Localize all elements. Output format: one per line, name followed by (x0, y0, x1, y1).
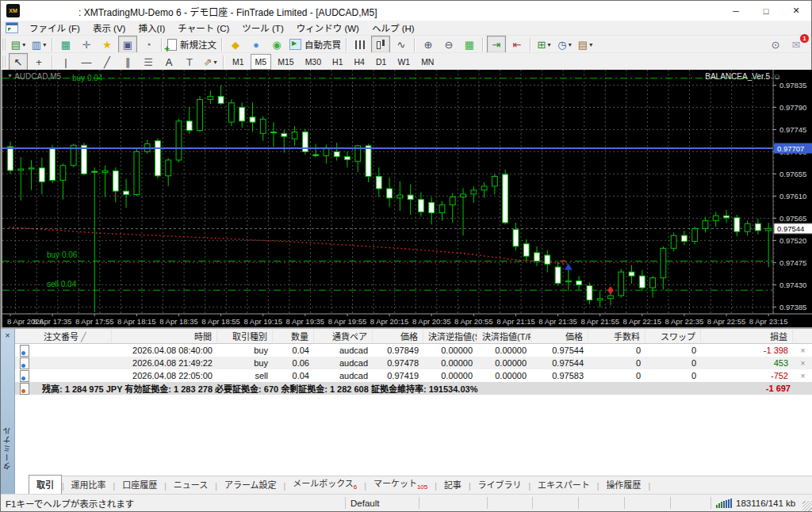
candlestick-chart[interactable]: buy 0.06sell 0.040.978350.977900.977450.… (2, 70, 812, 327)
line-chart-button[interactable]: ∿ (392, 36, 411, 53)
close-position-button[interactable]: × (793, 359, 812, 368)
search-button[interactable]: ⊙ (766, 36, 785, 53)
terminal-button[interactable]: ▣ (118, 36, 137, 53)
column-header-12[interactable]: 損益 (701, 330, 793, 342)
dropdown-arrow-icon[interactable]: ▾ (547, 41, 550, 48)
periods-button[interactable]: ◷▾ (555, 36, 574, 53)
tf-MN[interactable]: MN (416, 54, 439, 70)
equidistant-channel-button[interactable]: ∥ (118, 53, 137, 71)
tile-windows-button[interactable]: ▦ (460, 36, 479, 53)
menu-insert[interactable]: 挿入(I) (132, 22, 171, 35)
dropdown-arrow-icon[interactable]: ▾ (22, 41, 25, 48)
chart-window-icon[interactable] (6, 22, 18, 33)
close-position-button[interactable]: × (793, 372, 812, 380)
crosshair-button[interactable]: + (29, 53, 48, 71)
column-header-4[interactable]: 数量 (273, 330, 314, 342)
table-row[interactable]: 2026.04.08 08:40:00buy0.04audcad0.978490… (15, 344, 812, 357)
column-header-9[interactable]: 価格 (531, 330, 588, 342)
menu-help[interactable]: ヘルプ (H) (366, 22, 421, 35)
menu-view[interactable]: 表示 (V) (86, 22, 132, 35)
community-button[interactable]: ● (247, 36, 266, 53)
text-label-button[interactable]: T (180, 53, 199, 71)
tf-M15[interactable]: M15 (273, 54, 298, 70)
table-row[interactable]: 2026.04.08 22:05:00sell0.04audcad0.97419… (15, 369, 812, 382)
zoom-out-button[interactable]: ⊖ (439, 36, 458, 53)
new-order-button[interactable]: 新規注文 (166, 36, 218, 53)
column-header-3[interactable]: 取引種別 (217, 330, 273, 342)
tab-取引[interactable]: 取引 (29, 475, 62, 495)
fibonacci-button[interactable]: ☰ (139, 53, 158, 71)
column-header-8[interactable]: 決済指値(T/P) (477, 330, 531, 342)
vertical-line-button[interactable]: | (56, 53, 75, 71)
tf-M1[interactable]: M1 (228, 54, 249, 70)
horizontal-line-button[interactable]: — (77, 53, 96, 71)
market-watch-button[interactable]: ▦ (56, 36, 75, 53)
table-row[interactable]: 2026.04.08 21:49:22buy0.06audcad0.974780… (15, 357, 812, 369)
terminal-close-icon[interactable]: × (1, 331, 14, 340)
minimize-button[interactable]: ─ (721, 1, 751, 21)
data-window-button[interactable]: ✛ (77, 36, 96, 53)
tab-記事[interactable]: 記事 (437, 476, 469, 494)
zoom-in-button[interactable]: ⊕ (419, 36, 438, 53)
arrows-button[interactable]: ⇗▾ (201, 53, 220, 71)
text-button[interactable]: A (159, 53, 178, 71)
column-header-1[interactable]: 注文番号 ╱ (39, 330, 112, 342)
indicators-button[interactable]: ⊞▾ (534, 36, 553, 53)
notifications-button[interactable]: ✉1 (787, 36, 806, 53)
chart-area[interactable]: buy 0.06sell 0.040.978350.977900.977450.… (1, 70, 812, 327)
menu-chart[interactable]: チャート (C) (171, 22, 236, 35)
tab-運用比率[interactable]: 運用比率 (64, 476, 113, 494)
navigator-button[interactable]: ★ (98, 36, 117, 53)
column-header-11[interactable]: スワップ (645, 330, 701, 342)
tab-口座履歴[interactable]: 口座履歴 (115, 476, 164, 494)
close-position-button[interactable]: × (793, 346, 812, 355)
tf-D1[interactable]: D1 (371, 54, 391, 70)
maximize-button[interactable]: □ (751, 1, 781, 21)
metaeditor-button[interactable]: ◆ (226, 36, 245, 53)
tf-M30[interactable]: M30 (301, 54, 326, 70)
column-header-2[interactable]: 時間 (112, 330, 217, 342)
column-header-7[interactable]: 決済逆指値(S... (423, 330, 477, 342)
dropdown-arrow-icon[interactable]: ▾ (43, 41, 46, 48)
tf-H1[interactable]: H1 (327, 54, 347, 70)
collapse-icon[interactable]: ▼ (7, 73, 13, 78)
new-chart-button[interactable]: ▤▾ (9, 36, 28, 53)
signals-button[interactable]: ◉ (267, 36, 286, 53)
dropdown-arrow-icon[interactable]: ▾ (589, 41, 592, 48)
tab-エキスパート[interactable]: エキスパート (530, 476, 597, 494)
status-profile[interactable]: Default (345, 497, 419, 509)
tab-ニュース[interactable]: ニュース (167, 476, 215, 494)
bar-chart-button[interactable] (350, 36, 370, 53)
menu-file[interactable]: ファイル (F) (23, 22, 86, 35)
tab-メールボックス[interactable]: メールボックス6 (285, 474, 364, 494)
tab-マーケット[interactable]: マーケット105 (366, 474, 435, 494)
cursor-button[interactable]: ↖ (9, 53, 28, 71)
close-button[interactable]: ✕ (781, 1, 811, 21)
tab-アラーム設定[interactable]: アラーム設定 (217, 476, 284, 494)
auto-trading-button[interactable]: 自動売買 (288, 36, 343, 53)
chart-symbol-label[interactable]: ▼ AUDCAD,M5 (7, 72, 61, 81)
toolbar-grip[interactable] (2, 38, 6, 51)
tf-M5[interactable]: M5 (251, 54, 272, 70)
chart-shift-button[interactable]: ⇤ (508, 36, 527, 53)
column-header-6[interactable]: 価格 (373, 330, 423, 342)
trendline-button[interactable]: ╱ (98, 53, 117, 71)
menu-window[interactable]: ウィンドウ (W) (290, 22, 366, 35)
profiles-button[interactable]: ▥▾ (29, 36, 48, 53)
templates-button[interactable]: ▤▾ (576, 36, 595, 53)
resize-grip[interactable] (802, 501, 812, 511)
expert-advisor-icon[interactable]: ☺ (773, 72, 781, 81)
tab-ライブラリ[interactable]: ライブラリ (470, 476, 528, 494)
dropdown-arrow-icon[interactable]: ▾ (569, 41, 572, 48)
dropdown-arrow-icon[interactable]: ▾ (213, 59, 216, 66)
auto-scroll-button[interactable]: ⇥ (487, 36, 506, 53)
menu-tools[interactable]: ツール (T) (236, 22, 289, 35)
candlestick-chart-button[interactable] (371, 36, 390, 53)
tf-H4[interactable]: H4 (350, 54, 370, 70)
tab-操作履歴[interactable]: 操作履歴 (599, 476, 648, 494)
strategy-tester-button[interactable]: ◔ (139, 36, 158, 53)
column-header-5[interactable]: 通貨ペア (314, 330, 373, 342)
tf-W1[interactable]: W1 (393, 54, 415, 70)
toolbar-grip[interactable] (2, 55, 6, 68)
column-header-10[interactable]: 手数料 (588, 330, 645, 342)
